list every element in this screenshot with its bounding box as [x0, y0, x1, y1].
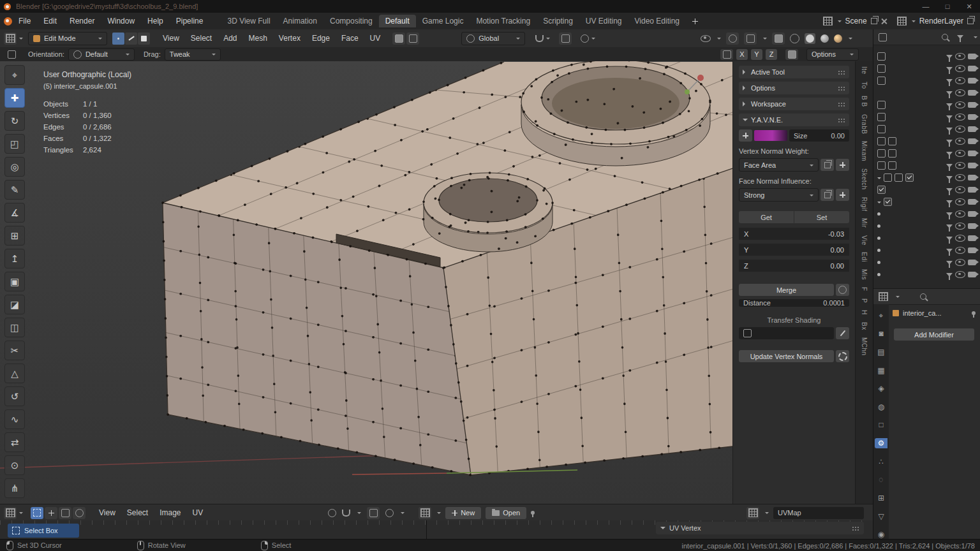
properties-editor-chevron-icon[interactable] — [896, 296, 900, 300]
viewport-menu-view[interactable]: View — [157, 34, 185, 43]
filter-icon[interactable] — [946, 164, 953, 168]
panel-grip-icon[interactable] — [838, 102, 845, 107]
workspace-tab-video-editing[interactable]: Video Editing — [628, 15, 687, 27]
outliner-row[interactable] — [873, 244, 980, 256]
render-layer-browse-icon[interactable] — [897, 17, 907, 26]
camera-icon[interactable] — [968, 54, 976, 59]
show-overlays-icon[interactable] — [744, 33, 757, 45]
outliner-row[interactable] — [873, 111, 980, 123]
uv-editor-type-chevron-icon[interactable] — [19, 512, 23, 516]
workspace-tab-default[interactable]: Default — [379, 15, 416, 27]
filter-icon[interactable] — [946, 237, 953, 240]
eye-icon[interactable] — [955, 174, 965, 181]
snap-chevron-icon[interactable] — [546, 38, 550, 41]
sidebar-tab-mir[interactable]: Mir — [861, 218, 868, 228]
outliner-row[interactable] — [873, 99, 980, 111]
normal-x-field[interactable]: X-0.03 — [739, 228, 849, 240]
sidebar-tab-to[interactable]: To — [861, 82, 868, 89]
minimize-button[interactable]: — — [915, 0, 937, 13]
scene-tab[interactable]: ◈ — [875, 383, 887, 393]
camera-icon[interactable] — [968, 78, 976, 84]
bevel-tool-button[interactable]: ◪ — [4, 295, 25, 314]
render-tab[interactable]: ◙ — [875, 329, 887, 339]
status-hint-select[interactable]: Select — [261, 541, 292, 550]
properties-search-icon[interactable] — [920, 293, 926, 300]
xray-toggle-icon[interactable] — [772, 33, 785, 45]
eye-icon[interactable] — [955, 235, 965, 242]
camera-icon[interactable] — [968, 199, 976, 205]
camera-icon[interactable] — [968, 102, 976, 108]
status-hint-rotate-view[interactable]: Rotate View — [137, 541, 186, 550]
breadcrumb-object-name[interactable]: interior_ca... — [903, 309, 942, 317]
options-dropdown[interactable]: Options — [806, 48, 859, 61]
filter-icon[interactable] — [946, 55, 953, 59]
rip-region-tool-button[interactable]: ⋔ — [4, 478, 25, 498]
face-normal-influence-dropdown[interactable]: Strong — [739, 188, 819, 202]
mode-dropdown[interactable]: Edit Mode — [28, 32, 107, 45]
set-button[interactable]: Set — [794, 211, 849, 223]
sidebar-tab-edi[interactable]: Edi — [861, 252, 868, 262]
uv-menu-view[interactable]: View — [93, 508, 121, 517]
uv-vertex-panel-header[interactable]: UV Vertex — [656, 522, 864, 534]
panel-workspace[interactable]: Workspace — [739, 98, 849, 110]
camera-icon[interactable] — [968, 66, 976, 71]
menu-help[interactable]: Help — [141, 17, 170, 26]
copy-icon-button[interactable] — [820, 189, 834, 201]
panel-grip-icon[interactable] — [838, 86, 845, 91]
edge-slide-tool-button[interactable]: ⇄ — [4, 432, 25, 452]
vertex-normal-weight-dropdown[interactable]: Face Area — [739, 158, 819, 172]
tool-tab[interactable]: ⌖ — [875, 311, 887, 321]
scene-browse-icon[interactable] — [823, 17, 833, 26]
outliner-row[interactable] — [873, 184, 980, 196]
sidebar-tab-rigif[interactable]: Rigif — [861, 197, 868, 212]
viewport-menu-uv[interactable]: UV — [364, 34, 387, 43]
filter-icon[interactable] — [946, 152, 953, 156]
sidebar-tab-mis[interactable]: Mis — [861, 269, 868, 280]
render-layer-chevron-icon[interactable] — [912, 20, 916, 24]
world-tab[interactable]: ◍ — [875, 402, 887, 412]
render-layer-selector[interactable]: RenderLayer — [919, 17, 963, 26]
camera-icon[interactable] — [968, 211, 976, 217]
disclosure-icon[interactable] — [877, 177, 881, 181]
sidebar-tab-h[interactable]: H — [861, 310, 868, 315]
rotate-tool-button[interactable]: ↻ — [4, 111, 25, 131]
proportional-editing-icon[interactable] — [581, 34, 589, 43]
filter-icon[interactable] — [946, 79, 953, 83]
add-icon-button[interactable] — [836, 189, 849, 201]
filter-icon[interactable] — [946, 200, 953, 204]
shading-chevron-icon[interactable] — [849, 38, 852, 41]
filter-icon[interactable] — [946, 115, 953, 119]
outliner-row[interactable] — [873, 256, 980, 268]
copy-icon-button[interactable] — [820, 159, 834, 171]
knife-tool-button[interactable]: ✂ — [4, 341, 25, 360]
add-icon-button[interactable] — [836, 159, 849, 171]
filter-icon[interactable] — [946, 212, 953, 216]
camera-icon[interactable] — [968, 272, 976, 277]
outliner-row[interactable] — [873, 87, 980, 99]
outliner-row[interactable] — [873, 159, 980, 172]
panel-grip-icon[interactable] — [852, 526, 859, 531]
uv-snap-chevron-icon[interactable] — [357, 512, 361, 516]
camera-icon[interactable] — [968, 126, 976, 132]
spin-tool-button[interactable]: ↺ — [4, 386, 25, 406]
menu-edit[interactable]: Edit — [37, 17, 63, 26]
uv-cursor-tool-icon[interactable] — [45, 507, 57, 519]
get-button[interactable]: Get — [739, 211, 794, 223]
properties-editor-icon[interactable] — [879, 292, 888, 301]
outliner-row[interactable] — [873, 62, 980, 75]
new-workspace-button[interactable] — [688, 15, 701, 27]
panel-active-tool[interactable]: Active Tool — [739, 66, 849, 78]
filter-icon[interactable] — [946, 91, 953, 95]
panel-grip-icon[interactable] — [838, 118, 845, 122]
extrude-region-tool-button[interactable]: ↥ — [4, 249, 25, 268]
workspace-tab-motion-tracking[interactable]: Motion Tracking — [470, 15, 537, 27]
menu-file[interactable]: File — [12, 17, 37, 26]
workspace-tab-3d-view-full[interactable]: 3D View Full — [221, 15, 276, 27]
sidebar-tab-bx[interactable]: Bx — [861, 322, 868, 330]
sidebar-tab-mchn[interactable]: MChn — [861, 337, 868, 356]
eye-icon[interactable] — [955, 223, 965, 230]
search-icon[interactable] — [942, 34, 948, 40]
outliner-row[interactable] — [873, 147, 980, 159]
active-tool-chip[interactable]: Select Box — [8, 524, 79, 538]
camera-icon[interactable] — [968, 235, 976, 241]
